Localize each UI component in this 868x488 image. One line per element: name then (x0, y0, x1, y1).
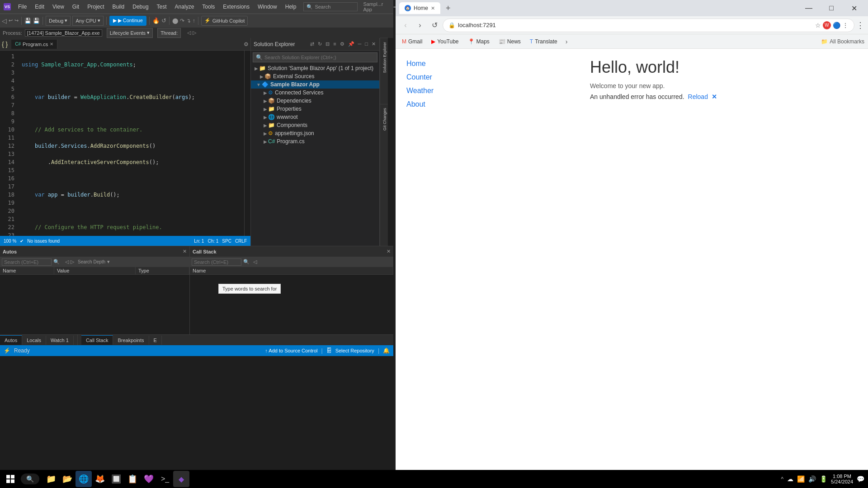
tray-volume-icon[interactable]: 🔊 (808, 475, 816, 483)
continue-button[interactable]: ▶ ▶ Continue (109, 16, 146, 26)
browser-settings-icon[interactable]: ⋮ (856, 20, 864, 30)
reload-link[interactable]: Reload (688, 93, 708, 100)
bookmarks-chevron[interactable]: › (566, 38, 568, 45)
next-frame-button[interactable]: ▷ (193, 30, 196, 36)
editor-tab-close[interactable]: ✕ (50, 42, 53, 47)
browser-menu-icon[interactable]: ⋮ (842, 22, 849, 29)
taskbar-notes[interactable]: 📋 (124, 471, 141, 487)
program-cs-item[interactable]: ▶ C# Program.cs (251, 137, 379, 145)
browser-back-btn[interactable]: ‹ (399, 19, 412, 32)
notification-bell[interactable]: 🔔 (383, 347, 390, 354)
undo-icon[interactable]: ↩ (9, 18, 13, 23)
redo-icon[interactable]: ↪ (14, 18, 19, 23)
address-input[interactable] (458, 22, 812, 28)
editor-settings-icon[interactable]: ⚙ (244, 41, 249, 47)
hot-reload-icon[interactable]: 🔥 (152, 17, 160, 24)
nav-about[interactable]: About (403, 99, 479, 110)
menu-file[interactable]: File (14, 2, 30, 12)
search-depth-dropdown[interactable]: ▾ (107, 259, 110, 265)
menu-help[interactable]: Help (282, 2, 300, 12)
menu-debug[interactable]: Debug (129, 2, 152, 12)
github-copilot-button[interactable]: ⚡ GitHub Copilot (201, 16, 248, 26)
menu-build[interactable]: Build (109, 2, 128, 12)
step-over-icon[interactable]: ↷ (180, 18, 184, 24)
source-control-btn[interactable]: ↑ Add to Source Control (265, 348, 317, 353)
taskbar-vs[interactable]: 💜 (141, 471, 157, 487)
git-changes-tab[interactable]: Git Changes (380, 104, 388, 134)
profile-icon[interactable]: W (823, 21, 831, 29)
lifecycle-dropdown[interactable]: Lifecycle Events ▾ (107, 28, 153, 38)
solution-explorer-tab[interactable]: Solution Explorer (380, 38, 388, 77)
autos-next-btn[interactable]: ▷ (71, 259, 74, 265)
call-stack-tab[interactable]: Call Stack (81, 335, 113, 345)
browser-minimize-btn[interactable]: — (798, 0, 819, 16)
autos-prev-btn[interactable]: ◁ (65, 259, 69, 265)
taskbar-file-explorer[interactable]: 📁 (43, 471, 59, 487)
breakpoints-tab[interactable]: Breakpoints (113, 336, 149, 345)
autos-search-input[interactable] (2, 258, 52, 266)
taskbar-edge[interactable]: 🌐 (75, 471, 92, 487)
wwwroot-item[interactable]: ▶ 🌐 wwwroot (251, 113, 379, 121)
tray-chevron[interactable]: ^ (781, 476, 783, 482)
code-body[interactable]: using Sample_Blazor_App.Components; var … (18, 51, 244, 236)
autos-close-btn[interactable]: ✕ (183, 249, 187, 254)
bookmark-translate[interactable]: T Translate (527, 38, 560, 46)
menu-tools[interactable]: Tools (198, 2, 218, 12)
dependencies-item[interactable]: ▶ 📦 Dependencies (251, 97, 379, 105)
debug-mode-dropdown[interactable]: Debug ▾ (46, 16, 71, 26)
notification-icon[interactable]: 💬 (857, 475, 864, 483)
se-minimize-btn[interactable]: ─ (357, 40, 363, 48)
editor-scrollbar[interactable] (244, 51, 250, 236)
se-collapse-btn[interactable]: ⊟ (325, 40, 330, 48)
step-out-icon[interactable]: ↑ (193, 18, 195, 24)
menu-extensions[interactable]: Extensions (219, 2, 253, 12)
cpu-dropdown[interactable]: Any CPU ▾ (72, 16, 103, 26)
step-into-icon[interactable]: ↴ (186, 18, 191, 24)
process-value[interactable]: [14724] Sample_Blazor_App.exe (25, 29, 102, 37)
project-item[interactable]: ▼ 🔷 Sample Blazor App (251, 80, 379, 89)
se-sync-btn[interactable]: ⇄ (309, 40, 315, 48)
taskbar-app3[interactable]: 🔲 (108, 471, 124, 487)
menu-window[interactable]: Window (254, 2, 281, 12)
se-pin-btn[interactable]: 📌 (347, 40, 355, 48)
breakpoint-icon[interactable]: ⬤ (172, 18, 178, 24)
bookmark-gmail[interactable]: M Gmail (399, 38, 425, 46)
nav-home[interactable]: Home (403, 58, 479, 70)
taskbar-clock[interactable]: 1:08 PM 5/24/2024 (831, 474, 853, 484)
save-all-icon[interactable]: 💾 (33, 18, 40, 24)
menu-view[interactable]: View (49, 2, 68, 12)
watch1-tab[interactable]: Watch 1 (46, 336, 74, 345)
browser-forward-btn[interactable]: › (414, 19, 426, 32)
taskbar-terminal[interactable]: >_ (157, 471, 173, 487)
taskbar-files[interactable]: 📂 (59, 471, 75, 487)
error-close-btn[interactable]: ✕ (712, 93, 717, 100)
call-stack-prev-btn[interactable]: ◁ (253, 259, 257, 265)
prev-frame-button[interactable]: ◁ (187, 30, 191, 36)
menu-edit[interactable]: Edit (31, 2, 48, 12)
se-maximize-btn[interactable]: □ (364, 40, 369, 48)
select-repository-btn[interactable]: Select Repository (335, 348, 374, 353)
editor-tab-program-cs[interactable]: C# Program.cs ✕ (11, 40, 57, 49)
browser-maximize-btn[interactable]: □ (821, 0, 842, 16)
call-stack-search-icon[interactable]: 🔍 (243, 259, 250, 265)
bookmark-youtube[interactable]: ▶ YouTube (429, 38, 461, 46)
nav-counter[interactable]: Counter (403, 71, 479, 83)
se-settings-btn[interactable]: ⚙ (339, 40, 345, 48)
se-refresh-btn[interactable]: ↻ (317, 40, 323, 48)
properties-item[interactable]: ▶ 📁 Properties (251, 105, 379, 113)
tray-battery-icon[interactable]: 🔋 (820, 475, 827, 483)
exception-tab[interactable]: E (149, 336, 162, 345)
browser-extension-icon[interactable]: 🔵 (833, 22, 840, 29)
bookmark-star-icon[interactable]: ☆ (815, 22, 821, 29)
nav-weather[interactable]: Weather (403, 85, 479, 97)
tray-cloud-icon[interactable]: ☁ (787, 475, 793, 483)
save-icon[interactable]: 💾 (24, 18, 31, 24)
back-icon[interactable]: ◁ (2, 17, 7, 24)
locals-tab[interactable]: Locals (22, 336, 46, 345)
call-stack-search-input[interactable] (192, 258, 241, 266)
taskbar-vscode[interactable]: ◆ (173, 471, 189, 487)
se-filter-btn[interactable]: ≡ (332, 40, 337, 48)
bookmark-news[interactable]: 📰 News (496, 38, 524, 46)
browser-close-btn[interactable]: ✕ (844, 0, 864, 16)
browser-reload-btn[interactable]: ↺ (428, 19, 441, 32)
